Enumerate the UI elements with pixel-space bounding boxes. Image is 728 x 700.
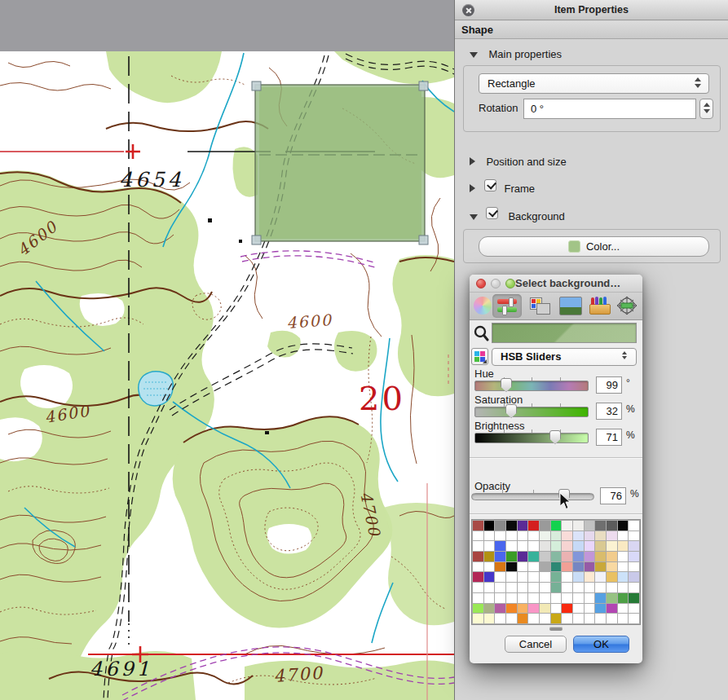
swatch-cell[interactable] (585, 614, 595, 623)
swatch-cell[interactable] (562, 583, 572, 592)
swatch-cell[interactable] (562, 562, 572, 572)
swatch-cell[interactable] (473, 614, 483, 623)
swatch-cell[interactable] (585, 541, 595, 551)
swatch-cell[interactable] (518, 541, 528, 551)
swatch-drawer-grip[interactable] (549, 627, 563, 631)
swatch-cell[interactable] (562, 521, 572, 531)
swatch-cell[interactable] (528, 541, 539, 551)
swatch-cell[interactable] (562, 531, 572, 541)
swatch-cell[interactable] (562, 604, 572, 614)
swatch-cell[interactable] (618, 604, 629, 614)
swatch-cell[interactable] (540, 572, 550, 582)
swatch-cell[interactable] (518, 583, 528, 592)
swatch-cell[interactable] (618, 583, 629, 592)
close-traffic-light[interactable] (476, 279, 486, 288)
crayons-icon[interactable] (589, 297, 610, 314)
swatch-cell[interactable] (540, 562, 550, 572)
swatch-cell[interactable] (484, 562, 495, 572)
swatch-cell[interactable] (573, 572, 584, 582)
swatch-cell[interactable] (551, 531, 562, 541)
swatch-cell[interactable] (573, 583, 584, 592)
swatch-cell[interactable] (607, 521, 617, 531)
swatch-cell[interactable] (618, 593, 629, 603)
background-color-button[interactable]: Color... (479, 236, 709, 257)
swatch-cell[interactable] (629, 521, 639, 531)
swatch-cell[interactable] (473, 572, 483, 582)
brightness-slider[interactable] (474, 433, 589, 443)
cancel-button[interactable]: Cancel (505, 636, 567, 653)
swatch-cell[interactable] (551, 593, 562, 603)
swatch-cell[interactable] (551, 562, 562, 572)
swatch-cell[interactable] (528, 562, 539, 572)
map-canvas[interactable]: 4654 4600 4600 4600 20 4700 4691 4700 (0, 51, 454, 700)
picker-mode-select[interactable]: HSB Sliders (492, 348, 637, 366)
swatch-cell[interactable] (506, 562, 517, 572)
rotation-input[interactable]: 0 ° (523, 99, 696, 119)
swatch-cell[interactable] (562, 593, 572, 603)
swatch-cell[interactable] (595, 552, 606, 561)
selection-handle-bottom-left[interactable] (252, 236, 261, 244)
swatch-cell[interactable] (506, 572, 517, 582)
swatch-cell[interactable] (484, 572, 495, 582)
swatch-cell[interactable] (585, 593, 595, 603)
swatch-cell[interactable] (551, 614, 562, 623)
swatch-grid[interactable] (471, 519, 641, 625)
opacity-value-input[interactable]: 76 (600, 487, 626, 504)
swatch-cell[interactable] (551, 541, 562, 551)
swatch-cell[interactable] (618, 562, 629, 572)
saturation-slider-thumb[interactable] (505, 404, 517, 418)
opacity-slider[interactable] (471, 493, 594, 500)
swatch-cell[interactable] (518, 604, 528, 614)
swatch-cell[interactable] (473, 562, 483, 572)
swatch-cell[interactable] (518, 614, 528, 623)
swatch-cell[interactable] (573, 593, 584, 603)
color-sliders-icon[interactable] (497, 297, 517, 314)
swatch-cell[interactable] (573, 604, 584, 614)
swatch-cell[interactable] (495, 593, 505, 603)
swatch-cell[interactable] (495, 614, 505, 623)
swatch-cell[interactable] (528, 531, 539, 541)
swatch-cell[interactable] (585, 562, 595, 572)
rotation-stepper[interactable] (699, 99, 713, 119)
background-expander[interactable]: Background (470, 209, 565, 223)
swatch-cell[interactable] (528, 583, 539, 592)
swatch-cell[interactable] (495, 521, 505, 531)
swatch-cell[interactable] (473, 583, 483, 592)
swatch-cell[interactable] (506, 521, 517, 531)
swatch-cell[interactable] (528, 593, 539, 603)
swatch-cell[interactable] (573, 552, 584, 561)
swatch-cell[interactable] (573, 541, 584, 551)
swatch-cell[interactable] (585, 604, 595, 614)
shape-item-rectangle[interactable] (255, 85, 425, 241)
swatch-cell[interactable] (540, 541, 550, 551)
swatch-cell[interactable] (551, 604, 562, 614)
swatch-cell[interactable] (629, 593, 639, 603)
swatch-cell[interactable] (629, 552, 639, 561)
swatch-cell[interactable] (607, 552, 617, 561)
swatch-cell[interactable] (518, 531, 528, 541)
swatch-cell[interactable] (573, 562, 584, 572)
swatch-cell[interactable] (618, 572, 629, 582)
web-safe-colors-icon[interactable] (616, 296, 638, 315)
swatch-cell[interactable] (473, 521, 483, 531)
color-wheel-icon[interactable] (474, 297, 492, 315)
swatch-cell[interactable] (551, 583, 562, 592)
swatch-cell[interactable] (573, 614, 584, 623)
position-size-expander[interactable]: Position and size (470, 154, 567, 169)
swatch-cell[interactable] (585, 521, 595, 531)
swatch-cell[interactable] (629, 604, 639, 614)
swatch-cell[interactable] (484, 583, 495, 592)
swatch-cell[interactable] (607, 541, 617, 551)
swatch-cell[interactable] (484, 541, 495, 551)
swatch-cell[interactable] (607, 614, 617, 623)
swatch-cell[interactable] (473, 604, 483, 614)
swatch-cell[interactable] (607, 531, 617, 541)
main-properties-expander[interactable]: Main properties (470, 46, 562, 61)
swatch-cell[interactable] (618, 521, 629, 531)
swatch-cell[interactable] (595, 614, 606, 623)
swatch-cell[interactable] (473, 541, 483, 551)
zoom-traffic-light[interactable] (505, 279, 515, 288)
color-palettes-icon[interactable] (530, 297, 549, 314)
image-palettes-icon[interactable] (559, 297, 582, 315)
swatch-cell[interactable] (573, 521, 584, 531)
